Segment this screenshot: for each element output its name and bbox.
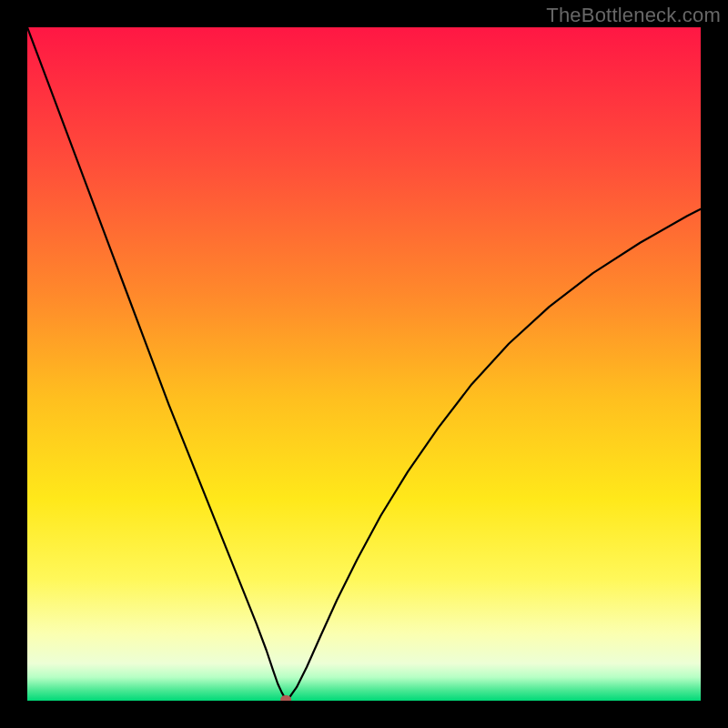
watermark-text: TheBottleneck.com [546,4,721,27]
chart-frame [27,27,701,701]
chart-svg [27,27,701,701]
gradient-background [27,27,701,701]
